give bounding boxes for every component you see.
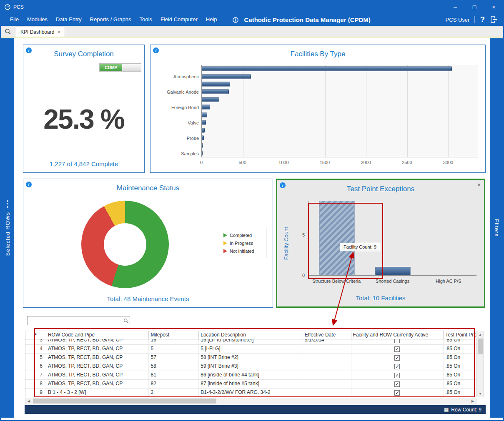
x-tick-label: Structure Below Criteria [312,279,361,284]
bar-unlabeled [202,128,205,132]
active-checkbox[interactable]: ✓ [394,346,400,352]
menu-field-computer[interactable]: Field Computer [156,13,202,26]
cell: 58 [149,362,199,371]
app-window: PCS – □ × FileModulesData EntryReports /… [0,0,504,421]
x-tick-label: 1000 [278,160,288,165]
window-controls: – □ × [446,1,503,13]
search-icon[interactable] [5,28,11,37]
bar-atmospheric [202,74,251,79]
table-row[interactable]: 5ATMOS, TP, RECT, BD, GAN, CP5758 [INT B… [25,354,476,362]
cell [303,380,351,388]
category-label: Galvanic Anode [153,90,199,95]
menu-reports-graphs[interactable]: Reports / Graphs [86,13,135,26]
table-row[interactable]: 3ATMOS, TP, RECT, BD, GAN, CP1616 [Ln To… [25,339,476,345]
y-tick-label: 0 [302,273,305,278]
row-number: 4 [25,345,46,353]
cell: 2 [149,389,199,397]
column-header-effective-date[interactable]: Effective Date [303,331,351,339]
cell: ATMOS, TP, RECT, BD, GAN, CP [46,371,149,379]
x-tick-label: 0 [200,160,203,165]
cell [303,371,351,379]
gridline [284,65,284,157]
menu-items: FileModulesData EntryReports / GraphsToo… [6,13,221,26]
scrollbar-thumb[interactable] [478,339,483,354]
table-row[interactable]: 6ATMOS, TP, RECT, BD, GAN, CP5859 [INT B… [25,362,476,371]
minimize-button[interactable]: – [446,1,465,13]
column-header-test-point-pro[interactable]: Test Point Pro [444,331,476,339]
info-icon[interactable]: i [280,182,286,188]
vertical-scrollbar[interactable]: ▲ ▼ [477,331,484,397]
horizontal-scrollbar[interactable]: ◀ ▶ [25,398,476,404]
table-row[interactable]: 4ATMOS, TP, RECT, BD, GAN, CP55 [I-FLG]✓… [25,345,476,354]
menu-right: PCS User ? [446,15,498,24]
cell-test-point: .85 On [444,354,476,362]
survey-progress-bar: COMP [99,63,141,72]
table-row[interactable]: 8ATMOS, TP, RECT, BD, GAN, CP8287 [insid… [25,380,476,389]
cell-active [351,339,444,344]
maximize-button[interactable]: □ [465,1,484,13]
cell-active: ✓ [351,362,444,371]
search-input[interactable] [28,316,122,325]
panel-maintenance-status: i Maintenance Status CompletedIn Progres… [23,179,273,308]
legend-marker-icon [223,233,227,237]
panel-survey-completion: i Survey Completion COMP 25.3 % 1,227 of… [23,45,145,173]
facilities-x-axis: 050010001500200025003000 [201,158,478,167]
active-checkbox[interactable]: ✓ [394,373,400,378]
cell: 82 [149,380,199,388]
scroll-down-icon[interactable]: ▼ [477,390,483,397]
active-checkbox[interactable]: ✓ [394,390,400,396]
search-icon[interactable] [122,318,130,324]
filters-label: Filters [494,219,500,237]
menu-bar: FileModulesData EntryReports / GraphsToo… [1,13,503,26]
scroll-up-icon[interactable]: ▲ [477,331,483,338]
active-checkbox[interactable]: ✓ [394,355,400,361]
cell: 57 [149,354,199,362]
column-header-row-code-and-pipe[interactable]: ROW Code and Pipe [46,331,149,339]
cell-test-point: .85 On [444,389,476,397]
status-bar: ▦ Row Count: 9 [25,405,486,414]
panel-close-icon[interactable]: × [477,182,481,188]
scroll-left-icon[interactable]: ◀ [25,398,32,404]
panel-title: Facilities By Type [150,50,485,58]
cell-test-point: .85 On [444,371,476,379]
table-search-box [27,316,130,325]
grip-handle [7,200,8,208]
active-checkbox[interactable]: ✓ [394,381,400,387]
survey-percentage: 25.3 % [23,103,144,135]
cell: B 1 - 4 - 3 - 2 [W] [46,389,149,397]
menu-modules[interactable]: Modules [23,13,52,26]
filters-strip[interactable]: Filters [490,38,503,418]
active-checkbox[interactable]: ✓ [394,364,400,369]
menu-help[interactable]: Help [202,13,221,26]
selected-rows-strip[interactable]: Selected ROWs [1,38,14,418]
category-label: Valve [153,120,199,125]
column-header-facility-and-row-currently-active[interactable]: Facility and ROW Currently Active [351,331,444,339]
menu-data-entry[interactable]: Data Entry [52,13,85,26]
sort-indicator[interactable]: ▲ [25,331,46,339]
logout-icon[interactable] [490,16,498,23]
bar-structure-below-criteria[interactable] [319,201,354,275]
column-header-location-description[interactable]: Location Description [199,331,303,339]
user-label[interactable]: PCS User [446,17,470,23]
info-icon[interactable]: i [153,47,159,53]
tab-close-icon[interactable]: × [58,29,60,35]
progress-label: COMP [105,65,117,70]
scroll-right-icon[interactable]: ▶ [469,398,476,404]
table-row[interactable]: 9B 1 - 4 - 3 - 2 [W]2B1-4-3-2/2/WV FOR A… [25,389,476,397]
table-row[interactable]: 7ATMOS, TP, RECT, BD, GAN, CP8186 [insid… [25,371,476,380]
tab-kpi-dashboard[interactable]: KPI Dashboard × [16,27,65,37]
active-checkbox[interactable] [394,339,400,343]
help-icon[interactable]: ? [480,15,485,24]
category-label: Samples [153,151,199,156]
menu-file[interactable]: File [6,13,23,26]
title-bar: PCS – □ × [1,1,503,13]
info-icon[interactable]: i [26,182,32,187]
column-header-milepost[interactable]: Milepost [149,331,199,339]
scrollbar-thumb[interactable] [33,399,216,404]
bar-shorted-casings[interactable] [375,267,411,275]
info-icon[interactable]: i [26,47,32,53]
close-button[interactable]: × [484,1,503,13]
menu-tools[interactable]: Tools [135,13,156,26]
cell: ATMOS, TP, RECT, BD, GAN, CP [46,345,149,353]
cell-active: ✓ [351,380,444,388]
